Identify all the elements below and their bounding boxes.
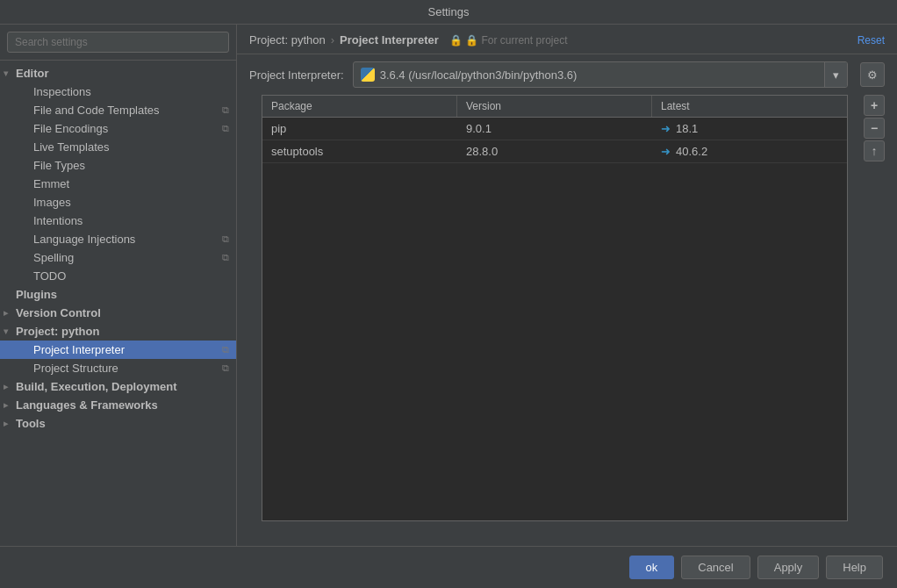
tree-arrow-tools: ▸ bbox=[4, 419, 16, 428]
copy-icon-proj-interp: ⧉ bbox=[222, 344, 229, 355]
plugins-label: Plugins bbox=[16, 288, 57, 301]
sidebar-item-inspections[interactable]: Inspections bbox=[0, 82, 236, 101]
table-header: Package Version Latest bbox=[262, 96, 847, 118]
tree-arrow-build: ▸ bbox=[4, 382, 16, 391]
file-encodings-label: File Encodings bbox=[33, 122, 108, 135]
emmet-label: Emmet bbox=[33, 177, 69, 190]
breadcrumb-parent: Project: python bbox=[249, 33, 326, 47]
interpreter-dropdown-btn[interactable]: ▾ bbox=[824, 62, 847, 87]
content-area: Project: python › Project Interpreter 🔒 … bbox=[237, 25, 897, 546]
table-body: pip 9.0.1 ➜18.1 setuptools 28.8.0 ➜40.6.… bbox=[262, 118, 847, 520]
breadcrumb: Project: python › Project Interpreter 🔒 … bbox=[249, 33, 567, 47]
version-control-label: Version Control bbox=[16, 306, 101, 319]
remove-package-button[interactable]: − bbox=[864, 118, 885, 139]
copy-icon-proj-struct: ⧉ bbox=[222, 362, 229, 374]
table-row[interactable]: setuptools 28.8.0 ➜40.6.2 bbox=[262, 140, 847, 163]
sidebar-item-file-code-templates[interactable]: File and Code Templates ⧉ bbox=[0, 101, 236, 119]
sidebar-item-file-encodings[interactable]: File Encodings ⧉ bbox=[0, 119, 236, 138]
sidebar-item-spelling[interactable]: Spelling ⧉ bbox=[0, 248, 236, 267]
tree-arrow-project: ▾ bbox=[4, 326, 16, 336]
add-package-button[interactable]: + bbox=[864, 95, 885, 116]
language-injections-label: Language Injections bbox=[33, 233, 135, 246]
breadcrumb-current: Project Interpreter bbox=[340, 33, 439, 47]
window-title: Settings bbox=[428, 5, 470, 18]
interpreter-label: Project Interpreter: bbox=[249, 68, 344, 82]
cell-pip-version: 9.0.1 bbox=[457, 118, 652, 140]
col-header-latest: Latest bbox=[652, 96, 847, 117]
cell-setuptools-latest: ➜40.6.2 bbox=[652, 140, 847, 162]
upgrade-package-button[interactable]: ↑ bbox=[864, 140, 885, 161]
sidebar-item-project-python[interactable]: ▾ Project: python bbox=[0, 322, 236, 341]
spelling-label: Spelling bbox=[33, 251, 74, 264]
apply-button[interactable]: Apply bbox=[757, 556, 820, 579]
sidebar-item-images[interactable]: Images bbox=[0, 193, 236, 212]
sidebar-item-plugins[interactable]: Plugins bbox=[0, 285, 236, 304]
tree-arrow-lang: ▸ bbox=[4, 400, 16, 410]
package-table: Package Version Latest pip 9.0.1 ➜18.1 s… bbox=[262, 95, 848, 521]
interpreter-select-wrapper: 3.6.4 (/usr/local/python3/bin/python3.6)… bbox=[353, 61, 848, 88]
cell-setuptools-version: 28.8.0 bbox=[457, 140, 652, 162]
sidebar-item-build[interactable]: ▸ Build, Execution, Deployment bbox=[0, 377, 236, 396]
table-row[interactable]: pip 9.0.1 ➜18.1 bbox=[262, 118, 847, 140]
sidebar-item-live-templates[interactable]: Live Templates bbox=[0, 138, 236, 156]
sidebar-item-languages[interactable]: ▸ Languages & Frameworks bbox=[0, 396, 236, 414]
ok-button[interactable]: ok bbox=[629, 556, 675, 579]
interpreter-select[interactable]: 3.6.4 (/usr/local/python3/bin/python3.6) bbox=[354, 64, 824, 85]
project-python-label: Project: python bbox=[16, 325, 99, 338]
help-button[interactable]: Help bbox=[826, 556, 883, 579]
title-bar: Settings bbox=[0, 0, 897, 25]
project-structure-label: Project Structure bbox=[33, 362, 118, 375]
file-code-templates-label: File and Code Templates bbox=[33, 104, 160, 117]
main-container: ▾ Editor Inspections File and Code Templ… bbox=[0, 25, 897, 546]
tree-arrow-editor: ▾ bbox=[4, 68, 16, 78]
gear-icon: ⚙ bbox=[867, 68, 878, 82]
upgrade-arrow-setuptools: ➜ bbox=[661, 145, 671, 158]
tree-arrow-vc: ▸ bbox=[4, 308, 16, 318]
tools-label: Tools bbox=[16, 417, 46, 430]
live-templates-label: Live Templates bbox=[33, 140, 109, 154]
cell-setuptools-package: setuptools bbox=[262, 140, 457, 162]
interpreter-value: 3.6.4 (/usr/local/python3/bin/python3.6) bbox=[380, 68, 578, 82]
python-icon bbox=[361, 68, 375, 82]
upgrade-arrow-pip: ➜ bbox=[661, 122, 671, 135]
sidebar-item-editor[interactable]: ▾ Editor bbox=[0, 64, 236, 82]
table-wrapper: Package Version Latest pip 9.0.1 ➜18.1 s… bbox=[249, 95, 885, 534]
copy-icon-spelling: ⧉ bbox=[222, 252, 229, 263]
cell-pip-latest: ➜18.1 bbox=[652, 118, 847, 140]
cancel-button[interactable]: Cancel bbox=[681, 556, 750, 579]
build-label: Build, Execution, Deployment bbox=[16, 380, 176, 393]
interpreter-gear-btn[interactable]: ⚙ bbox=[860, 62, 885, 87]
interpreter-row: Project Interpreter: 3.6.4 (/usr/local/p… bbox=[237, 54, 897, 95]
copy-icon-lang-inj: ⧉ bbox=[222, 233, 229, 245]
sidebar-item-file-types[interactable]: File Types bbox=[0, 156, 236, 175]
sidebar-content: ▾ Editor Inspections File and Code Templ… bbox=[0, 61, 236, 546]
table-actions: + − ↑ bbox=[864, 95, 885, 534]
copy-icon-file-code: ⧉ bbox=[222, 104, 229, 116]
languages-label: Languages & Frameworks bbox=[16, 398, 158, 412]
chevron-down-icon: ▾ bbox=[833, 68, 839, 82]
sidebar-item-todo[interactable]: TODO bbox=[0, 267, 236, 285]
sidebar-item-intentions[interactable]: Intentions bbox=[0, 212, 236, 230]
footer: ok Cancel Apply Help bbox=[0, 546, 897, 588]
todo-label: TODO bbox=[33, 269, 66, 283]
breadcrumb-arrow: › bbox=[331, 33, 334, 47]
sidebar-item-emmet[interactable]: Emmet bbox=[0, 175, 236, 193]
images-label: Images bbox=[33, 196, 71, 209]
sidebar: ▾ Editor Inspections File and Code Templ… bbox=[0, 25, 237, 546]
cell-pip-package: pip bbox=[262, 118, 457, 140]
sidebar-item-project-interpreter[interactable]: Project Interpreter ⧉ bbox=[0, 341, 236, 359]
col-header-version: Version bbox=[457, 96, 652, 117]
sidebar-item-version-control[interactable]: ▸ Version Control bbox=[0, 304, 236, 322]
search-input[interactable] bbox=[7, 32, 229, 53]
intentions-label: Intentions bbox=[33, 214, 83, 227]
editor-label: Editor bbox=[16, 67, 49, 80]
inspections-label: Inspections bbox=[33, 85, 91, 98]
content-header: Project: python › Project Interpreter 🔒 … bbox=[237, 25, 897, 54]
col-header-package: Package bbox=[262, 96, 457, 117]
sidebar-item-project-structure[interactable]: Project Structure ⧉ bbox=[0, 359, 236, 377]
sidebar-item-tools[interactable]: ▸ Tools bbox=[0, 414, 236, 433]
sidebar-item-language-injections[interactable]: Language Injections ⧉ bbox=[0, 230, 236, 248]
search-box bbox=[0, 25, 236, 61]
copy-icon-file-enc: ⧉ bbox=[222, 123, 229, 134]
reset-link[interactable]: Reset bbox=[858, 34, 885, 47]
